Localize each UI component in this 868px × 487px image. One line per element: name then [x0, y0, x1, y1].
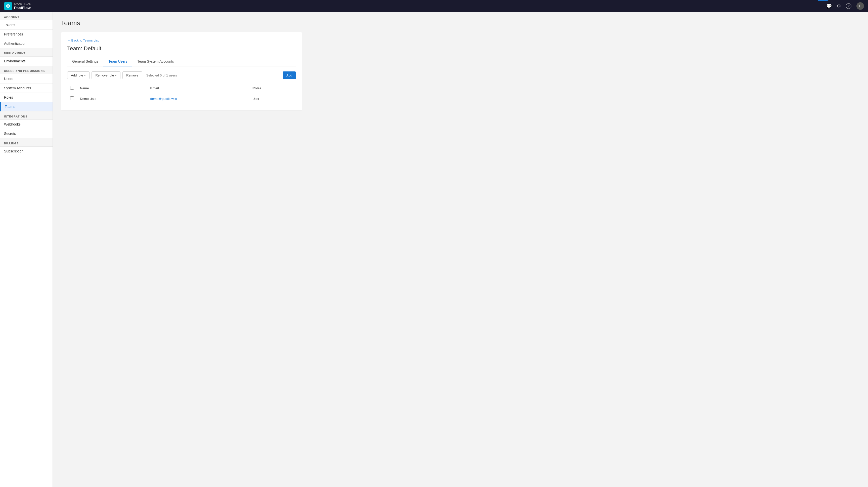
remove-button[interactable]: Remove [122, 71, 142, 79]
top-nav: SMARTBEAR PactFlow 💬 ⚙ ? U [0, 0, 868, 12]
add-button[interactable]: Add [283, 71, 296, 79]
nav-indicator [818, 0, 828, 1]
sidebar-item-webhooks[interactable]: Webhooks [0, 120, 53, 129]
sidebar-item-secrets[interactable]: Secrets [0, 129, 53, 139]
sidebar-section-billings: BILLINGS [0, 139, 53, 147]
tab-general-settings[interactable]: General Settings [67, 57, 103, 66]
sidebar-item-teams[interactable]: Teams [0, 102, 53, 112]
product-name: PactFlow [14, 5, 31, 10]
layout: ACCOUNTTokensPreferencesAuthenticationDE… [0, 0, 868, 487]
sidebar-section-integrations: INTEGRATIONS [0, 112, 53, 120]
remove-role-button[interactable]: Remove role [92, 71, 120, 79]
user-email: demo@pactflow.io [147, 93, 249, 104]
sidebar-item-environments[interactable]: Environments [0, 57, 53, 66]
row-checkbox-cell [67, 93, 77, 104]
sidebar-item-preferences[interactable]: Preferences [0, 30, 53, 39]
toolbar: Add role Remove role Remove Selected 0 o… [67, 71, 296, 79]
sidebar-section-deployment: DEPLOYMENT [0, 48, 53, 57]
logo-icon[interactable] [4, 2, 12, 10]
page-title: Teams [61, 19, 860, 27]
table-row: Demo User demo@pactflow.io User [67, 93, 296, 104]
user-role: User [249, 93, 296, 104]
sidebar: ACCOUNTTokensPreferencesAuthenticationDE… [0, 12, 53, 487]
table-header: Name Email Roles [67, 83, 296, 93]
select-all-checkbox[interactable] [70, 86, 74, 90]
user-name: Demo User [77, 93, 147, 104]
sidebar-item-tokens[interactable]: Tokens [0, 20, 53, 30]
chat-icon[interactable]: 💬 [826, 3, 832, 9]
top-nav-right: 💬 ⚙ ? U [826, 2, 864, 10]
user-email-link[interactable]: demo@pactflow.io [150, 97, 177, 101]
main-content: Teams ← Back to Teams List Team: Default… [53, 12, 868, 487]
name-header: Name [77, 83, 147, 93]
company-name: SMARTBEAR [14, 2, 31, 5]
add-role-button[interactable]: Add role [67, 71, 90, 79]
sidebar-item-subscription[interactable]: Subscription [0, 147, 53, 156]
sidebar-item-authentication[interactable]: Authentication [0, 39, 53, 48]
selected-count: Selected 0 of 1 users [146, 73, 177, 77]
row-checkbox[interactable] [70, 96, 74, 100]
team-card: ← Back to Teams List Team: Default Gener… [61, 32, 302, 111]
avatar[interactable]: U [857, 2, 864, 10]
users-table: Name Email Roles Demo User demo@pactflow… [67, 83, 296, 104]
brand-text: SMARTBEAR PactFlow [14, 2, 31, 9]
help-icon[interactable]: ? [846, 3, 851, 9]
tab-team-system-accounts[interactable]: Team System Accounts [132, 57, 179, 66]
sidebar-item-system-accounts[interactable]: System Accounts [0, 84, 53, 93]
sidebar-section-users-and-permissions: USERS AND PERMISSIONS [0, 66, 53, 74]
select-all-header [67, 83, 77, 93]
gear-icon[interactable]: ⚙ [837, 3, 841, 9]
sidebar-item-roles[interactable]: Roles [0, 93, 53, 102]
sidebar-item-users[interactable]: Users [0, 74, 53, 84]
tab-team-users[interactable]: Team Users [103, 57, 132, 66]
tabs: General Settings Team Users Team System … [67, 57, 296, 66]
brand-area: SMARTBEAR PactFlow [4, 2, 31, 10]
table-body: Demo User demo@pactflow.io User [67, 93, 296, 104]
email-header: Email [147, 83, 249, 93]
sidebar-section-account: ACCOUNT [0, 12, 53, 20]
back-link[interactable]: ← Back to Teams List [67, 38, 99, 42]
team-title: Team: Default [67, 45, 296, 52]
roles-header: Roles [249, 83, 296, 93]
